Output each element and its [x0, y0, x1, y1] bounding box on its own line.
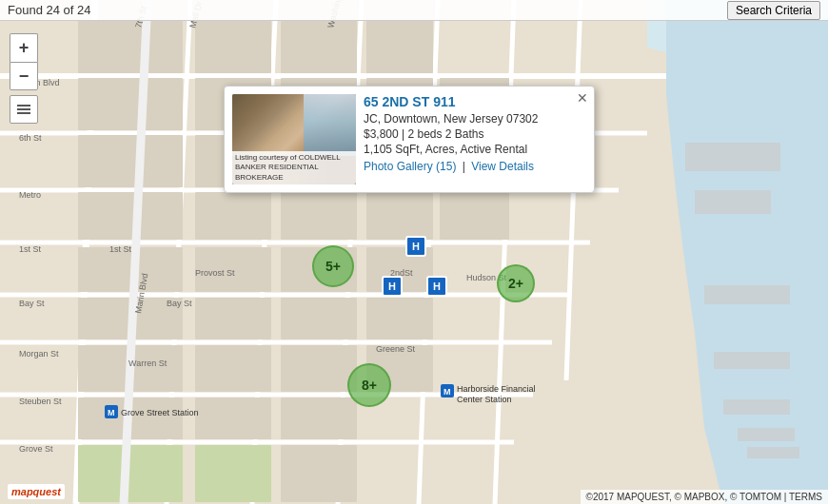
- svg-rect-51: [281, 397, 357, 439]
- svg-rect-26: [78, 135, 183, 187]
- svg-text:6th St: 6th St: [19, 133, 42, 143]
- svg-text:Provost St: Provost St: [195, 268, 235, 278]
- map-container: 7th St Mall Dr Washington Blv Marin Blvd…: [0, 0, 828, 504]
- search-criteria-button[interactable]: Search Criteria: [727, 1, 820, 20]
- svg-rect-61: [723, 399, 790, 415]
- layers-icon: [15, 101, 32, 118]
- popup-address: 65 2ND ST 911: [364, 94, 586, 109]
- svg-rect-36: [440, 192, 509, 240]
- listing-courtesy: Listing courtesy of COLDWELL BANKER RESI…: [232, 151, 356, 184]
- svg-rect-62: [738, 428, 795, 441]
- view-details-link[interactable]: View Details: [471, 160, 534, 173]
- top-bar: Found 24 of 24 Search Criteria: [0, 0, 828, 21]
- popup-links: Photo Gallery (15) | View Details: [364, 160, 586, 173]
- popup-image: Listing courtesy of COLDWELL BANKER RESI…: [232, 94, 356, 184]
- svg-text:Steuben St: Steuben St: [19, 397, 62, 406]
- svg-rect-18: [195, 21, 271, 73]
- zoom-in-button[interactable]: +: [10, 33, 38, 62]
- cluster-5plus[interactable]: 5+: [312, 245, 354, 287]
- svg-rect-43: [281, 298, 357, 339]
- svg-rect-33: [195, 192, 271, 240]
- svg-rect-20: [366, 21, 433, 73]
- popup-close-button[interactable]: ✕: [577, 90, 588, 106]
- map-attribution: ©2017 MAPQUEST, © MAPBOX, © TOMTOM | TER…: [581, 490, 828, 504]
- svg-rect-90: [17, 105, 30, 107]
- svg-rect-63: [747, 447, 799, 458]
- mapquest-logo: mapquest: [8, 484, 65, 499]
- layers-button[interactable]: [10, 95, 38, 124]
- zoom-controls: + −: [10, 33, 38, 90]
- svg-rect-44: [366, 298, 433, 339]
- popup-price: $3,800 | 2 beds 2 Baths: [364, 127, 586, 141]
- svg-text:1st St: 1st St: [19, 244, 42, 254]
- map-pin-3[interactable]: [426, 276, 447, 297]
- svg-text:Grove St: Grove St: [19, 444, 53, 454]
- svg-rect-32: [78, 192, 183, 240]
- svg-text:M: M: [444, 387, 451, 397]
- popup-info: 65 2ND ST 911 JC, Downtown, New Jersey 0…: [364, 94, 586, 184]
- svg-text:M: M: [108, 408, 115, 417]
- popup-city: JC, Downtown, New Jersey 07302: [364, 112, 586, 126]
- svg-rect-50: [195, 397, 271, 439]
- photo-gallery-link[interactable]: Photo Gallery (15): [364, 160, 456, 173]
- svg-rect-46: [195, 345, 271, 392]
- svg-rect-92: [17, 112, 30, 114]
- svg-rect-53: [195, 445, 271, 502]
- found-count: Found 24 of 24: [8, 3, 90, 17]
- svg-rect-42: [195, 298, 271, 339]
- property-popup: ✕ Listing courtesy of COLDWELL BANKER RE…: [224, 86, 595, 193]
- svg-rect-59: [704, 285, 790, 304]
- popup-content: Listing courtesy of COLDWELL BANKER RESI…: [232, 94, 586, 184]
- svg-text:Metro: Metro: [19, 190, 41, 200]
- zoom-out-button[interactable]: −: [10, 62, 38, 90]
- svg-rect-34: [281, 192, 357, 240]
- svg-rect-19: [281, 21, 357, 73]
- svg-rect-54: [281, 445, 357, 502]
- svg-rect-57: [685, 143, 780, 171]
- link-separator: |: [463, 160, 465, 173]
- svg-text:Greene St: Greene St: [376, 344, 416, 354]
- svg-text:1st St: 1st St: [109, 244, 132, 254]
- svg-rect-17: [78, 21, 183, 73]
- svg-rect-21: [78, 78, 183, 130]
- svg-text:Harborside Financial: Harborside Financial: [457, 384, 536, 394]
- svg-text:Morgan St: Morgan St: [19, 349, 59, 359]
- cluster-2plus[interactable]: 2+: [497, 264, 535, 302]
- svg-text:Warren St: Warren St: [128, 359, 168, 368]
- svg-text:Grove Street Station: Grove Street Station: [121, 408, 199, 417]
- svg-rect-58: [695, 190, 771, 214]
- map-pin-2[interactable]: [382, 276, 403, 297]
- map-pin-1[interactable]: [405, 236, 426, 257]
- popup-details: 1,105 SqFt, Acres, Active Rental: [364, 143, 586, 156]
- svg-rect-47: [281, 345, 357, 392]
- svg-rect-35: [366, 192, 433, 240]
- svg-text:Center Station: Center Station: [457, 395, 512, 404]
- svg-text:Bay St: Bay St: [19, 299, 45, 308]
- svg-rect-91: [17, 108, 30, 110]
- cluster-8plus[interactable]: 8+: [347, 363, 391, 407]
- svg-rect-60: [714, 352, 790, 369]
- svg-text:Bay St: Bay St: [167, 299, 192, 308]
